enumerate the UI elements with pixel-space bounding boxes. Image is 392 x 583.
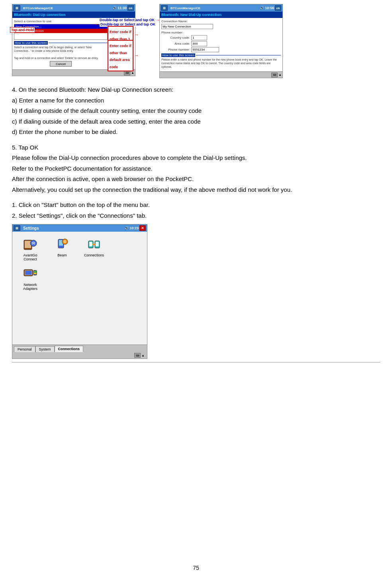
- window2-titlebar-left: ⊞ BTConnManagerCE: [161, 5, 200, 11]
- window2: ⊞ BTConnManagerCE 🔊 10:56 ok Bluetooth: …: [159, 4, 283, 78]
- window2-titlebar: ⊞ BTConnManagerCE 🔊 10:56 ok: [160, 4, 282, 12]
- settings-icon-beam[interactable]: Beam: [50, 238, 74, 261]
- svg-point-10: [92, 244, 94, 245]
- connection-name-input[interactable]: [161, 24, 213, 29]
- svg-rect-15: [25, 271, 31, 275]
- w2-start-button[interactable]: ⊞: [161, 5, 168, 11]
- after-text: After the connection is active, open a w…: [12, 175, 380, 184]
- cancel-button[interactable]: Cancel: [50, 61, 72, 67]
- w2-scroll-up-icon: ▲: [278, 73, 282, 77]
- tab-system[interactable]: System: [35, 346, 55, 352]
- annotation-taphold: Tap-and-Hold →: [10, 27, 41, 33]
- blank-line-2: [12, 196, 380, 201]
- ok-button[interactable]: ok: [127, 5, 134, 11]
- w2-section-divider: [196, 55, 281, 55]
- step4a-text: a) Enter a name for the connection: [12, 96, 380, 105]
- page-divider: [12, 362, 380, 362]
- phone-num-row: Phone number:: [161, 47, 281, 52]
- instructions: 4. On the second Bluetooth: New Dial-up …: [12, 85, 380, 222]
- beam-label: Beam: [57, 253, 67, 257]
- settings-icon-connections[interactable]: Connections: [82, 238, 106, 261]
- refer-text: Refer to the PocketPC documentation for …: [12, 164, 380, 173]
- taphold-arrow: →: [36, 27, 41, 33]
- country-code-label: Country code:: [161, 36, 191, 39]
- settings-icon-network[interactable]: Network Adapters: [18, 267, 42, 291]
- settings-tabs: Personal System Connections: [14, 346, 145, 352]
- window1-titlebar: ⊞ BTConnManagerCE 🔊 11:30 ok: [12, 4, 135, 12]
- step4-text: 4. On the second Bluetooth: New Dial-up …: [12, 85, 380, 95]
- country-code-row: Country code:: [161, 35, 281, 40]
- settings-time: 10:23: [129, 226, 139, 230]
- svg-rect-16: [34, 271, 36, 272]
- connections-svg: [87, 238, 101, 252]
- connection-name-field: [161, 24, 281, 29]
- area-arrow: →: [134, 53, 139, 58]
- network-icon: [23, 267, 37, 282]
- connections-label: Connections: [84, 253, 104, 257]
- composite-screenshots: ⊞ BTConnManagerCE 🔊 11:30 ok Bluetooth: …: [12, 4, 380, 78]
- step2-text: 2. Select "Settings", click on the "Conn…: [12, 211, 380, 221]
- start-button[interactable]: ⊞: [14, 5, 20, 11]
- settings-icons-grid: AvantGo Connect Beam: [16, 236, 143, 263]
- settings-icon-avantgo[interactable]: AvantGo Connect: [18, 238, 42, 261]
- tab-personal[interactable]: Personal: [14, 346, 35, 352]
- window1-subtitle: Bluetooth: Dial-Up connection: [12, 12, 135, 18]
- svg-point-5: [62, 239, 68, 244]
- step4c-text: c) If dialing outside of the default are…: [12, 117, 380, 126]
- phone-num-input[interactable]: [191, 47, 219, 52]
- settings-speaker-icon: 🔊: [124, 226, 129, 230]
- w2-how-section-header: How to use this screen: [161, 53, 281, 57]
- settings-window: ⊞ Settings 🔊 10:23 ✕: [12, 224, 147, 359]
- window2-title: BTConnManagerCE: [169, 6, 200, 10]
- window2-bottombar: ⌨ ▲: [160, 71, 282, 78]
- settings-keyboard-icon[interactable]: ⌨: [134, 353, 141, 358]
- follow-text: Please follow the Dial-Up connection pro…: [12, 154, 380, 163]
- settings-content: AvantGo Connect Beam: [12, 232, 147, 345]
- settings-tabs-container: Personal System Connections ⌨ ▲: [12, 345, 147, 358]
- tab-connections[interactable]: Connections: [55, 346, 84, 352]
- country-code-input[interactable]: [191, 35, 207, 40]
- settings-titlebar-left: ⊞ Settings: [14, 225, 39, 231]
- page-container: ⊞ BTConnManagerCE 🔊 11:30 ok Bluetooth: …: [0, 0, 392, 583]
- outer-doubletap-text: Double-tap or Select and tap OK: [100, 18, 155, 22]
- settings-bottombar: ⌨ ▲: [14, 352, 145, 358]
- speaker-icon: 🔊: [112, 6, 117, 10]
- step4b-text: b) If dialing outside of the default cou…: [12, 106, 380, 116]
- settings-title: Settings: [22, 226, 39, 230]
- w2-ok-button[interactable]: ok: [275, 5, 281, 11]
- svg-rect-1: [25, 241, 31, 248]
- svg-point-11: [94, 244, 96, 245]
- settings-icons-row2: Network Adapters: [16, 265, 143, 293]
- area-code-label: Area code:: [161, 42, 191, 45]
- window2-titlebar-right: 🔊 10:56 ok: [260, 5, 281, 11]
- avantgo-icon: [23, 238, 37, 252]
- scroll-up-icon: ▲: [131, 71, 134, 75]
- avantgo-label: AvantGo Connect: [18, 253, 42, 261]
- settings-titlebar-right: 🔊 10:23 ✕: [124, 225, 146, 231]
- window1-time: 11:30: [118, 6, 127, 10]
- blank-line-1: [12, 138, 380, 143]
- window1-titlebar-right: 🔊 11:30 ok: [112, 5, 134, 11]
- window1-titlebar-left: ⊞ BTConnManagerCE: [14, 5, 53, 11]
- settings-start-btn[interactable]: ⊞: [14, 225, 20, 231]
- annotation-area: Enter code ifother thandefault areacode …: [108, 40, 139, 71]
- avantgo-svg: [23, 238, 37, 252]
- settings-empty-space: [16, 293, 143, 341]
- window2-time: 10:56: [265, 6, 274, 10]
- svg-rect-17: [34, 273, 36, 274]
- network-label: Network Adapters: [18, 283, 42, 291]
- doubletap-arrow: →: [94, 22, 99, 27]
- connections-icon: [87, 238, 101, 252]
- w2-keyboard-icon[interactable]: ⌨: [271, 73, 278, 77]
- outer-doubletap-annotation: Double-tap or Select and tap OK →: [100, 18, 160, 22]
- step4d-text: d) Enter the phone number to be dialed.: [12, 128, 380, 137]
- area-code-row: Area code:: [161, 41, 281, 46]
- settings-close-btn[interactable]: ✕: [139, 225, 146, 231]
- page-number: 75: [12, 557, 380, 571]
- svg-rect-9: [96, 242, 99, 246]
- phone-number-label: Phone number:: [161, 31, 281, 34]
- area-code-input[interactable]: [191, 41, 207, 46]
- window2-subtitle: Bluetooth: New Dial-Up connection: [160, 12, 282, 18]
- w2-how-section-label: How to use this screen: [161, 53, 195, 57]
- connection-name-label: Connection Name:: [161, 20, 281, 23]
